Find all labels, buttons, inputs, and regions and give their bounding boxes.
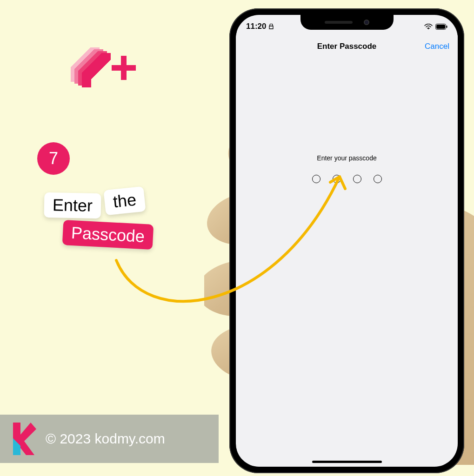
status-time: 11:20 (246, 22, 266, 31)
passcode-dot[interactable] (333, 175, 341, 183)
chip-passcode: Passcode (62, 220, 154, 250)
chip-the: the (103, 186, 146, 216)
front-camera (364, 20, 369, 25)
step-number: 7 (49, 149, 58, 168)
passcode-dot[interactable] (374, 175, 382, 183)
navbar: Enter Passcode Cancel (236, 35, 458, 58)
step-number-badge: 7 (37, 142, 70, 175)
wifi-icon (424, 24, 433, 29)
phone-screen: 11:20 Enter Passcode Cancel (236, 15, 458, 467)
lock-icon (269, 24, 274, 29)
kodmy-logo-icon (10, 423, 36, 455)
passcode-dot[interactable] (353, 175, 361, 183)
passcode-dots[interactable] (312, 175, 382, 183)
footer-bar: © 2023 kodmy.com (0, 415, 219, 463)
phone-notch (300, 15, 394, 30)
battery-icon (435, 24, 447, 30)
brand-logo (60, 37, 140, 98)
svg-rect-10 (447, 26, 447, 28)
cancel-button[interactable]: Cancel (425, 42, 449, 51)
speaker-grille (325, 21, 353, 24)
svg-rect-9 (436, 25, 445, 29)
passcode-prompt: Enter your passcode (317, 154, 376, 162)
svg-point-7 (428, 28, 429, 29)
phone-frame: 11:20 Enter Passcode Cancel (229, 8, 464, 473)
passcode-area: Enter your passcode (236, 154, 458, 183)
footer-copyright: © 2023 kodmy.com (46, 431, 165, 447)
navbar-title: Enter Passcode (317, 42, 377, 51)
passcode-dot[interactable] (312, 175, 320, 183)
home-indicator[interactable] (312, 461, 382, 463)
chip-enter: Enter (44, 192, 101, 218)
